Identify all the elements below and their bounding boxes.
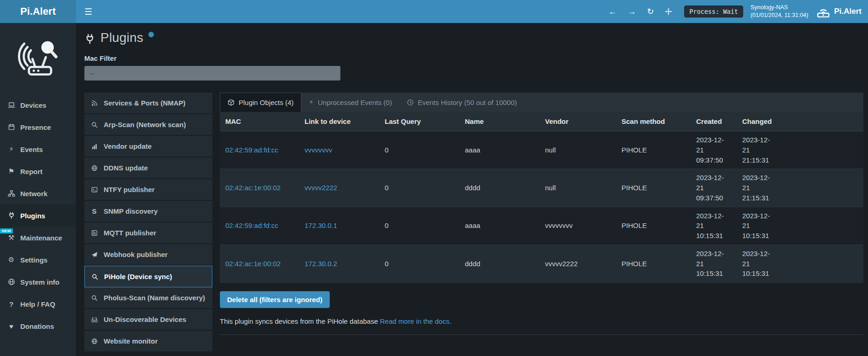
cell-link-to-device: 172.30.0.1: [299, 207, 379, 245]
hamburger-icon[interactable]: ☰: [76, 0, 100, 23]
plugin-item-mqtt[interactable]: MQTT publisher: [84, 222, 212, 244]
terminal-icon: [90, 187, 99, 193]
cell-filler: [783, 207, 863, 245]
sidebar-item-events[interactable]: ⚡ Events: [0, 138, 76, 160]
delete-all-button[interactable]: Delete all (filters are ignored): [220, 291, 330, 308]
topbar-app-name: Pi.Alert: [834, 7, 862, 16]
plugin-item-arpscan[interactable]: Arp-Scan (Network scan): [84, 114, 212, 136]
table-row: 02:42:59:ad:fd:cc 172.30.0.1 0 aaaa vvvv…: [220, 207, 863, 245]
plugin-item-ddns[interactable]: DDNS update: [84, 158, 212, 179]
heart-icon: ♥: [7, 322, 16, 330]
move-icon[interactable]: [659, 0, 678, 23]
cell-scan-method: PIHOLE: [616, 169, 691, 207]
cell-scan-method: PIHOLE: [616, 131, 691, 169]
cell-changed: 2023-12-21 10:15:31: [737, 245, 783, 282]
tab-unprocessed-events[interactable]: ⚡ Unprocessed Events (0): [301, 93, 399, 112]
plugin-item-ntfy[interactable]: NTFY publisher: [84, 179, 212, 201]
laptop-icon: [7, 101, 16, 109]
page-title: Plugins: [84, 30, 863, 45]
cell-mac: 02:42:ac:1e:00:02: [220, 169, 299, 207]
cell-created: 2023-12-21 10:15:31: [691, 207, 737, 245]
cell-name: dddd: [459, 169, 540, 207]
plug-icon: [84, 34, 95, 45]
sidebar-item-donations[interactable]: ♥ Donations: [0, 315, 76, 337]
cell-mac: 02:42:59:ad:fd:cc: [220, 131, 299, 169]
cell-name: aaaa: [459, 131, 540, 169]
cell-link-to-device: vvvvvvvv: [299, 131, 379, 169]
pialert-router-logo: [14, 34, 63, 83]
magnifier-icon: [90, 274, 99, 280]
scanner-device-icon: [816, 5, 830, 18]
globe-icon: [7, 278, 16, 286]
device-link[interactable]: 172.30.0.2: [305, 260, 337, 268]
table-row: 02:42:ac:1e:00:02 172.30.0.2 0 dddd vvvv…: [220, 245, 863, 282]
flag-icon: ⚑: [7, 167, 16, 175]
divider: [220, 334, 863, 335]
device-link[interactable]: 172.30.0.1: [305, 222, 337, 229]
bolt-icon: ⚡: [7, 145, 16, 153]
topbar: Pi.Alert ☰ ← → ↻ Process: Wait Synology-…: [0, 0, 868, 23]
mac-link[interactable]: 02:42:ac:1e:00:02: [225, 260, 281, 268]
sidebar-menu: Devices Presence ⚡ Events ⚑ Report Netwo…: [0, 94, 76, 337]
cell-vendor: null: [540, 131, 616, 169]
sidebar-item-help-faq[interactable]: ? Help / FAQ: [0, 293, 76, 315]
sidebar-item-plugins[interactable]: Plugins: [0, 204, 76, 227]
mac-link[interactable]: 02:42:ac:1e:00:02: [225, 184, 281, 192]
cell-last-query: 0: [379, 207, 459, 245]
mac-link[interactable]: 02:42:59:ad:fd:cc: [225, 222, 278, 229]
host-info: Synology-NAS (01/01/2024, 11:31:04): [751, 4, 809, 19]
plugin-item-snmp[interactable]: S SNMP discovery: [84, 201, 212, 222]
plugin-item-nmap[interactable]: Services & Ports (NMAP): [84, 93, 212, 114]
col-header-scan-method: Scan method: [616, 112, 691, 131]
refresh-icon[interactable]: ↻: [641, 0, 659, 23]
new-badge: NEW: [0, 228, 13, 233]
main-content: Plugins Mac Filter Services & Ports (NMA…: [76, 23, 868, 356]
col-header-last-query: Last Query: [379, 112, 459, 131]
docs-link[interactable]: Read more in the docs.: [380, 317, 452, 325]
arrow-right-icon[interactable]: →: [622, 0, 641, 23]
plugin-item-webhook[interactable]: Webhook publisher: [84, 244, 212, 266]
sidebar-item-maintenance[interactable]: NEW ⚒ Maintenance: [0, 227, 76, 249]
sidebar-item-system-info[interactable]: System info: [0, 271, 76, 293]
plugin-item-undiscoverable[interactable]: Un-Discoverable Devices: [84, 309, 212, 331]
cube-icon: [228, 99, 235, 106]
device-link[interactable]: vvvvvvvv: [305, 146, 332, 154]
cell-filler: [783, 131, 863, 169]
process-status-badge: Process: Wait: [684, 6, 743, 18]
mac-filter-label: Mac Filter: [84, 54, 863, 62]
cell-last-query: 0: [379, 131, 459, 169]
cell-filler: [783, 169, 863, 207]
plugin-description: This plugin syncs devices from the PiHol…: [220, 317, 863, 325]
docs-badge[interactable]: [148, 32, 154, 37]
sidebar-item-report[interactable]: ⚑ Report: [0, 160, 76, 182]
tab-plugin-objects[interactable]: Plugin Objects (4): [220, 93, 301, 112]
wrench-icon: ⚒: [7, 233, 16, 242]
mac-filter-input[interactable]: [84, 66, 340, 81]
col-header-link: Link to device: [299, 112, 379, 131]
plugin-objects-table: MAC Link to device Last Query Name Vendo…: [220, 112, 863, 283]
radar-icon: [90, 100, 99, 106]
table-header-row: MAC Link to device Last Query Name Vendo…: [220, 112, 863, 131]
sidebar-item-presence[interactable]: Presence: [0, 116, 76, 138]
col-header-changed: Changed: [737, 112, 783, 131]
plugin-item-pholus[interactable]: Pholus-Scan (Name discovery): [84, 287, 212, 309]
cell-link-to-device: vvvvv2222: [299, 169, 379, 207]
plugin-item-vendor-update[interactable]: Vendor update: [84, 136, 212, 158]
paper-plane-icon: [90, 251, 99, 258]
cell-mac: 02:42:59:ad:fd:cc: [220, 207, 299, 245]
plugin-item-pihole[interactable]: PiHole (Device sync): [84, 266, 212, 287]
app-logo[interactable]: Pi.Alert: [0, 0, 76, 23]
sidebar-item-devices[interactable]: Devices: [0, 94, 76, 116]
sidebar-item-settings[interactable]: ⚙ Settings: [0, 249, 76, 271]
snmp-icon: S: [90, 207, 99, 215]
host-name: Synology-NAS: [751, 4, 788, 11]
cell-created: 2023-12-21 10:15:31: [691, 245, 737, 282]
tab-events-history[interactable]: Events History (50 out of 10000): [399, 93, 524, 112]
device-link[interactable]: vvvvv2222: [305, 184, 337, 192]
cell-vendor: vvvvv2222: [540, 245, 616, 282]
arrow-left-icon[interactable]: ←: [603, 0, 622, 23]
sidebar-item-network[interactable]: Network: [0, 182, 76, 204]
mac-link[interactable]: 02:42:59:ad:fd:cc: [225, 146, 278, 154]
cell-link-to-device: 172.30.0.2: [299, 245, 379, 282]
plugin-item-website-monitor[interactable]: Website monitor: [84, 331, 212, 352]
